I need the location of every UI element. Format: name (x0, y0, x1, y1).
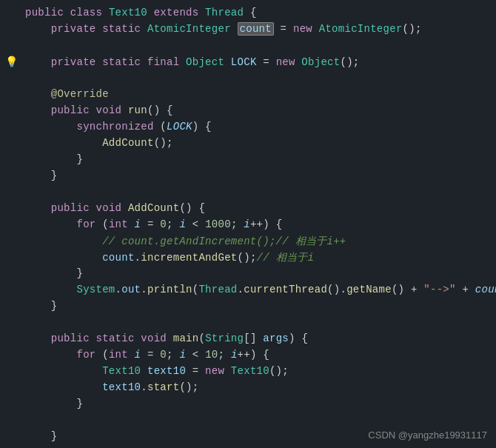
code-token: = (141, 218, 160, 230)
code-token: public (51, 104, 96, 116)
code-token: 0 (160, 349, 167, 361)
line-content: Text10 text10 = new Text10(); (22, 365, 496, 377)
code-token: text10 (102, 381, 141, 393)
code-line: System.out.println(Thread.currentThread(… (0, 283, 496, 299)
code-token: private (51, 23, 102, 35)
code-token: System (76, 284, 115, 295)
code-token (25, 349, 76, 361)
code-token: . (238, 284, 244, 295)
code-token (25, 252, 102, 264)
code-token: ; (167, 218, 179, 230)
line-content: private static final Object LOCK = new O… (22, 56, 496, 68)
code-token: ( (96, 218, 109, 230)
code-line: 💡 private static final Object LOCK = new… (0, 55, 496, 71)
code-token: synchronized (76, 121, 153, 133)
code-token (128, 218, 135, 230)
code-line (0, 71, 496, 87)
code-line: @Override (0, 87, 496, 104)
code-token (25, 235, 102, 247)
code-line (0, 185, 496, 201)
line-content: } (22, 170, 496, 181)
code-token: . (141, 381, 147, 393)
code-token: (); (340, 56, 359, 68)
code-token: // 相当于i (257, 252, 315, 264)
code-token: 0 (160, 218, 167, 230)
code-line: public void run() { (0, 104, 496, 120)
code-token: Text10 (102, 365, 141, 377)
code-token: } (25, 300, 57, 312)
code-token: new (276, 56, 302, 68)
code-token: args (263, 332, 289, 344)
code-token: i (231, 349, 238, 361)
code-token: static (96, 332, 141, 344)
line-content: private static AtomicInteger count = new… (22, 23, 496, 35)
line-content: for (int i = 0; i < 1000; i++) { (22, 218, 496, 230)
line-content: AddCount(); (22, 137, 496, 149)
code-token: + (456, 284, 475, 295)
code-token: () { (179, 202, 205, 214)
code-token (25, 202, 51, 214)
code-token (25, 56, 51, 68)
code-token: 1000 (205, 218, 231, 230)
code-token: count (102, 252, 134, 264)
code-token: i (179, 218, 186, 230)
code-token: . (115, 284, 122, 295)
line-content: for (int i = 0; i < 10; i++) { (22, 349, 496, 361)
line-content: @Override (22, 88, 496, 100)
code-token: ++) { (250, 218, 282, 230)
code-token: () + (392, 284, 423, 295)
code-token: (); (179, 381, 198, 393)
line-content: } (22, 300, 496, 312)
code-token (25, 218, 76, 230)
line-content: synchronized (LOCK) { (22, 121, 496, 133)
code-line: } (0, 153, 496, 169)
code-token: start (147, 381, 179, 393)
line-gutter: 💡 (0, 56, 22, 68)
code-token: public (51, 332, 96, 344)
code-line: synchronized (LOCK) { (0, 120, 496, 136)
code-token: AtomicInteger (147, 23, 231, 35)
code-token: i (135, 218, 141, 230)
code-token (141, 365, 147, 377)
code-token: } (25, 430, 57, 442)
code-token: text10 (147, 365, 186, 377)
code-token: AddCount (128, 202, 179, 214)
code-token: ( (198, 332, 205, 344)
code-token: void (96, 104, 128, 116)
code-token: main (173, 332, 199, 344)
code-line: AddCount(); (0, 136, 496, 153)
code-token: void (96, 202, 128, 214)
code-token: < (186, 218, 205, 230)
code-line: } (0, 299, 496, 315)
code-token: out (121, 284, 141, 295)
code-token: (); (269, 365, 289, 377)
code-line: text10.start(); (0, 381, 496, 397)
code-token: ; (167, 349, 179, 361)
code-token (224, 56, 231, 68)
code-token: Thread (205, 7, 244, 19)
line-content: // count.getAndIncrement();// 相当于i++ (22, 235, 496, 248)
code-token: static (102, 23, 147, 35)
code-token: ; (231, 218, 244, 230)
code-token: String (205, 332, 244, 344)
code-line (0, 315, 496, 332)
code-token: currentThread (244, 284, 327, 295)
code-line: count.incrementAndGet();// 相当于i (0, 250, 496, 267)
code-token: public (51, 202, 96, 214)
line-content: } (22, 267, 496, 279)
code-token: ( (96, 349, 109, 361)
code-token: (). (327, 284, 346, 295)
code-token (25, 332, 51, 344)
bulb-icon: 💡 (5, 56, 18, 68)
code-token (128, 349, 135, 361)
code-token: for (76, 218, 95, 230)
code-token: (); (403, 23, 422, 35)
code-token: ; (218, 349, 231, 361)
code-line: for (int i = 0; i < 1000; i++) { (0, 218, 496, 234)
code-token: LOCK (231, 56, 257, 68)
code-token (231, 23, 238, 35)
code-token: new (205, 365, 231, 377)
highlighted-token: count (238, 22, 274, 36)
code-token (25, 137, 102, 149)
code-token: < (186, 349, 205, 361)
